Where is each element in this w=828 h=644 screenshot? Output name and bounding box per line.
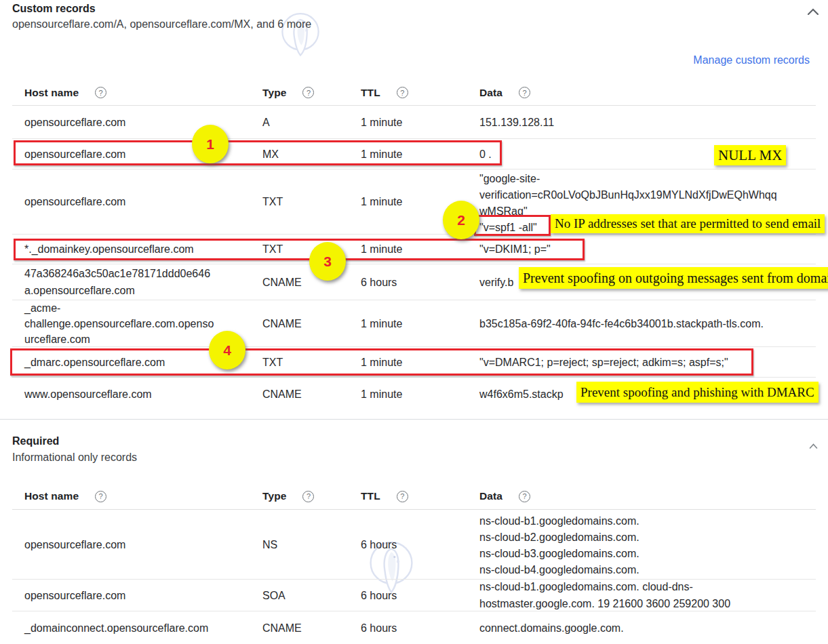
annotation-callout-2: 2 (443, 201, 479, 239)
host-name: opensourceflare.com (24, 193, 248, 210)
record-type: A (262, 114, 344, 131)
record-ttl: 1 minute (361, 386, 462, 403)
annotation-box-spf (474, 215, 551, 236)
host-name: opensourceflare.com (24, 587, 248, 604)
help-icon[interactable]: ? (95, 491, 106, 502)
record-ttl: 1 minute (361, 315, 462, 332)
column-header-host-name: Host name ? (24, 483, 106, 509)
column-header-host-name: Host name ? (24, 80, 106, 105)
table-row: _acme- challenge.opensourceflare.com.ope… (12, 300, 816, 347)
annotation-label-null-mx: NULL MX (714, 145, 786, 165)
section-title-required: Required (12, 435, 59, 447)
record-data: ns-cloud-b1.googledomains.com. (479, 513, 828, 529)
host-name: _acme- (24, 300, 248, 316)
chevron-up-icon[interactable] (809, 443, 818, 449)
dns-records-page: Custom records opensourceflare.com/A, op… (0, 0, 828, 644)
help-icon[interactable]: ? (519, 491, 530, 502)
chevron-up-icon[interactable] (807, 8, 819, 15)
host-name: www.opensourceflare.com (24, 386, 248, 403)
column-header-type: Type ? (262, 80, 314, 105)
record-data: ns-cloud-b4.googledomains.com. (479, 562, 828, 578)
section-divider (0, 419, 828, 420)
record-data: ns-cloud-b3.googledomains.com. (479, 546, 828, 562)
section-title-custom-records: Custom records (12, 3, 96, 15)
host-name: _domainconnect.opensourceflare.com (24, 620, 248, 637)
annotation-box-dkim (14, 239, 585, 260)
host-name: a.opensourceflare.com (24, 282, 248, 299)
manage-custom-records-link[interactable]: Manage custom records (693, 54, 810, 66)
record-type: TXT (262, 193, 344, 210)
record-type: CNAME (262, 386, 344, 403)
help-icon[interactable]: ? (95, 87, 106, 98)
record-type: CNAME (262, 315, 344, 332)
column-header-type: Type ? (262, 483, 314, 509)
annotation-box-dmarc (10, 348, 753, 376)
record-type: NS (262, 536, 344, 553)
record-ttl: 6 hours (361, 536, 462, 553)
record-ttl: 6 hours (361, 274, 462, 291)
table-header: Host name ? Type ? TTL ? Data ? (12, 80, 816, 106)
table-header: Host name ? Type ? TTL ? Data ? (12, 483, 816, 510)
annotation-label-dkim: Prevent spoofing on outgoing messages se… (519, 267, 828, 289)
column-header-ttl: TTL ? (361, 80, 408, 105)
table-row: opensourceflare.com NS 6 hours ns-cloud-… (12, 510, 816, 580)
penguin-watermark-icon (275, 5, 326, 61)
host-name: 47a368246a3c50ac1e78171ddd0e646 (24, 265, 248, 282)
table-row: _domainconnect.opensourceflare.com CNAME… (12, 611, 816, 644)
table-row: opensourceflare.com SOA 6 hours ns-cloud… (12, 580, 816, 611)
record-data: ns-cloud-b2.googledomains.com. (479, 529, 828, 546)
record-data: hostmaster.google.com. 19 21600 3600 259… (479, 595, 828, 612)
record-data: 151.139.128.11 (479, 114, 828, 131)
table-row: opensourceflare.com A 1 minute 151.139.1… (12, 106, 816, 139)
record-ttl: 1 minute (361, 114, 462, 131)
record-type: CNAME (262, 620, 344, 637)
help-icon[interactable]: ? (302, 491, 314, 502)
column-header-data: Data ? (479, 483, 530, 509)
section-subtitle-custom-records: opensourceflare.com/A, opensourceflare.c… (12, 18, 311, 31)
host-name: challenge.opensourceflare.com.openso (24, 316, 248, 331)
annotation-label-dmarc: Prevent spoofing and phishing with DMARC (576, 382, 819, 403)
host-name: opensourceflare.com (24, 536, 248, 553)
annotation-callout-3: 3 (309, 242, 346, 281)
section-subtitle-required: Informational only records (12, 451, 137, 464)
annotation-box-null-mx (14, 140, 502, 165)
record-data: "google-site- (479, 171, 828, 187)
annotation-label-spf: No IP addresses set that are permitted t… (551, 214, 825, 233)
record-data: verification=cR0oLVoQbJBunHqJxx19MYLNdXf… (479, 187, 828, 203)
column-header-ttl: TTL ? (361, 483, 408, 509)
record-type: SOA (262, 587, 344, 604)
record-ttl: 6 hours (361, 587, 462, 604)
annotation-callout-4: 4 (209, 331, 245, 369)
help-icon[interactable]: ? (397, 87, 408, 98)
record-data: b35c185a-69f2-40fa-94fc-fe4c6b34001b.sta… (479, 315, 828, 332)
record-data: ns-cloud-b1.googledomains.com. cloud-dns… (479, 578, 828, 595)
help-icon[interactable]: ? (519, 87, 530, 98)
record-ttl: 6 hours (361, 620, 462, 637)
help-icon[interactable]: ? (302, 87, 314, 98)
record-data: connect.domains.google.com. (479, 620, 828, 637)
help-icon[interactable]: ? (397, 491, 408, 502)
column-header-data: Data ? (479, 80, 530, 105)
annotation-callout-1: 1 (192, 125, 229, 163)
